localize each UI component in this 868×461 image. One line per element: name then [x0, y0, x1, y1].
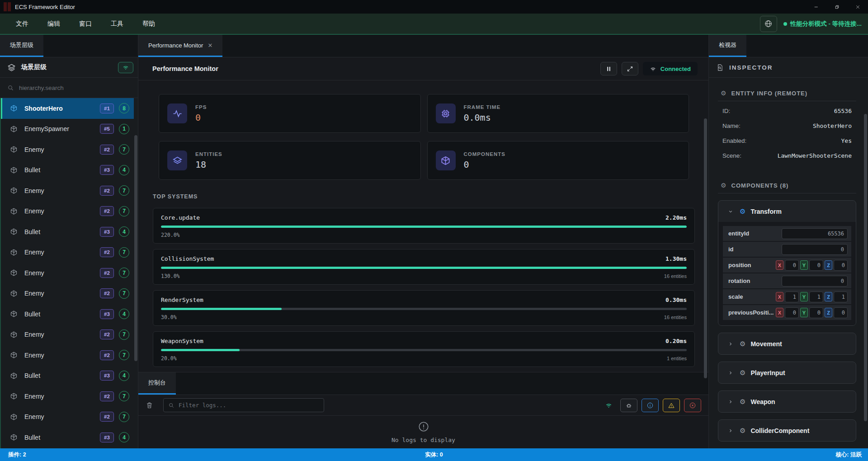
- pause-button[interactable]: [600, 62, 617, 75]
- component-count-badge: 4: [119, 165, 129, 175]
- inspector-scrollbar[interactable]: [864, 114, 867, 421]
- axis-x-input[interactable]: 1: [785, 292, 799, 302]
- archetype-badge: #2: [100, 329, 114, 339]
- hierarchy-item-enemy[interactable]: Enemy #2 7: [1, 407, 134, 428]
- component-header-movement[interactable]: ⚙ Movement: [718, 333, 856, 354]
- hierarchy-item-enemy[interactable]: Enemy #2 7: [1, 325, 134, 345]
- hierarchy-item-bullet[interactable]: Bullet #3 4: [1, 427, 134, 448]
- globe-button[interactable]: [760, 16, 777, 32]
- hierarchy-item-shooterhero[interactable]: ShooterHero #1 8: [1, 98, 134, 119]
- console-panel: 控制台: [138, 372, 708, 448]
- cube-icon: [10, 104, 18, 112]
- hierarchy-item-bullet[interactable]: Bullet #3 4: [1, 221, 134, 242]
- hierarchy-item-enemy[interactable]: Enemy #2 7: [1, 263, 134, 283]
- chevron-right-icon: [727, 399, 734, 405]
- pause-icon: [605, 66, 612, 72]
- axis-z-input[interactable]: 1: [834, 292, 848, 302]
- tab-performance-monitor[interactable]: Performance Monitor ✕: [138, 35, 222, 57]
- transform-prop-3: rotation 0: [723, 273, 851, 288]
- connection-status-pill: Connected: [643, 62, 698, 75]
- hierarchy-item-enemyspawner[interactable]: EnemySpawner #5 1: [1, 119, 134, 140]
- cube-icon: [440, 155, 451, 166]
- info-filter-button[interactable]: [642, 399, 659, 412]
- archetype-badge: #2: [100, 412, 114, 422]
- property-input[interactable]: 65536: [782, 228, 848, 239]
- transform-header[interactable]: ⚙ Transform: [718, 201, 856, 222]
- axis-y-input[interactable]: 0: [809, 307, 823, 318]
- component-header-weapon[interactable]: ⚙ Weapon: [718, 391, 856, 412]
- component-count-badge: 7: [119, 329, 129, 340]
- layers-icon: [172, 155, 183, 166]
- hierarchy-item-enemy[interactable]: Enemy #2 7: [1, 386, 134, 407]
- expand-button[interactable]: [622, 62, 638, 75]
- axis-z-input[interactable]: 0: [834, 307, 848, 318]
- menu-item-2[interactable]: 窗口: [70, 20, 101, 28]
- cube-icon: [10, 166, 18, 174]
- warning-icon: [668, 402, 675, 409]
- component-header-collidercomponent[interactable]: ⚙ ColliderComponent: [718, 420, 856, 441]
- profiler-mode-status: 性能分析模式 - 等待连接...: [783, 20, 862, 28]
- archetype-badge: #2: [100, 145, 114, 155]
- hierarchy-item-enemy[interactable]: Enemy #2 7: [1, 345, 134, 366]
- inspector-panel: 检视器 INSPECTOR ⚙ ENTITY INFO (REMOTE) ID:…: [708, 35, 868, 448]
- hierarchy-scrollbar[interactable]: [134, 135, 137, 361]
- hierarchy-item-enemy[interactable]: Enemy #2 7: [1, 139, 134, 160]
- chip-icon-tile: [436, 103, 456, 123]
- hierarchy-item-enemy[interactable]: Enemy #2 7: [1, 283, 134, 304]
- debug-filter-button[interactable]: [620, 399, 637, 412]
- entity-info-section-header: ⚙ ENTITY INFO (REMOTE): [718, 85, 856, 101]
- transform-prop-4: scale X 1Y 1Z 1: [723, 289, 851, 304]
- hierarchy-item-bullet[interactable]: Bullet #3 4: [1, 366, 134, 386]
- monitor-scrollbar[interactable]: [704, 118, 707, 378]
- clear-logs-button[interactable]: [146, 401, 153, 409]
- statusbar-plugins: 插件: 2: [8, 451, 26, 459]
- close-button[interactable]: [847, 0, 868, 14]
- cube-icon: [10, 290, 18, 297]
- error-filter-button[interactable]: [684, 399, 701, 412]
- menu-item-3[interactable]: 工具: [101, 20, 133, 28]
- menu-item-4[interactable]: 帮助: [133, 20, 165, 28]
- log-filter-box: [163, 398, 324, 412]
- hierarchy-item-enemy[interactable]: Enemy #2 7: [1, 242, 134, 263]
- component-card-playerinput: ⚙ PlayerInput: [718, 362, 856, 384]
- tab-inspector[interactable]: 检视器: [709, 35, 746, 57]
- component-count-badge: 7: [119, 268, 129, 278]
- pulse-icon-tile: [167, 103, 187, 123]
- hierarchy-item-enemy[interactable]: Enemy #2 7: [1, 201, 134, 222]
- tab-close-icon[interactable]: ✕: [208, 42, 212, 49]
- minimize-button[interactable]: [806, 0, 826, 14]
- log-filter-input[interactable]: [179, 402, 319, 409]
- component-header-playerinput[interactable]: ⚙ PlayerInput: [718, 362, 856, 383]
- axis-z-badge: Z: [825, 308, 832, 317]
- property-input[interactable]: 0: [782, 244, 848, 255]
- menu-item-0[interactable]: 文件: [6, 20, 38, 28]
- chevron-right-icon: [727, 428, 734, 434]
- axis-y-input[interactable]: 0: [809, 260, 823, 271]
- maximize-button[interactable]: [826, 0, 847, 14]
- menu-item-1[interactable]: 编辑: [38, 20, 70, 28]
- hierarchy-item-bullet[interactable]: Bullet #3 4: [1, 160, 134, 181]
- axis-x-input[interactable]: 0: [785, 307, 799, 318]
- hierarchy-search-input[interactable]: hierarchy.search: [0, 78, 138, 98]
- performance-monitor-title: Performance Monitor: [152, 65, 218, 72]
- property-input[interactable]: 0: [782, 276, 848, 287]
- hierarchy-connect-button[interactable]: [118, 62, 133, 73]
- error-circle-icon: [689, 402, 696, 409]
- axis-x-input[interactable]: 0: [785, 260, 799, 271]
- bug-icon: [625, 402, 632, 409]
- component-count-badge: 1: [119, 124, 129, 134]
- axis-z-input[interactable]: 0: [834, 260, 848, 271]
- system-load-bar: [161, 267, 687, 269]
- axis-y-input[interactable]: 1: [809, 292, 823, 302]
- menubar: 文件编辑窗口工具帮助 性能分析模式 - 等待连接...: [0, 14, 868, 35]
- tab-hierarchy[interactable]: 场景层级: [0, 35, 43, 57]
- tab-console[interactable]: 控制台: [138, 372, 176, 395]
- axis-y-badge: Y: [800, 292, 808, 301]
- hierarchy-item-enemy[interactable]: Enemy #2 7: [1, 180, 134, 201]
- layers-icon: [7, 63, 16, 72]
- system-load-bar: [161, 349, 687, 351]
- hierarchy-item-bullet[interactable]: Bullet #3 4: [1, 304, 134, 325]
- archetype-badge: #2: [100, 186, 114, 196]
- component-count-badge: 7: [119, 206, 129, 216]
- warning-filter-button[interactable]: [663, 399, 680, 412]
